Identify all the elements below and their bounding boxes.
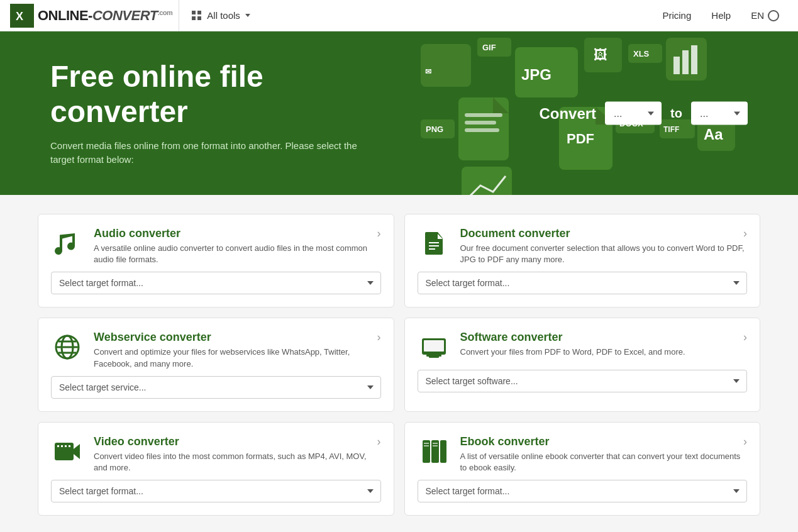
svg-rect-49 xyxy=(424,443,429,444)
convert-to-wrap: ... xyxy=(691,102,748,125)
svg-text:JPG: JPG xyxy=(521,66,551,83)
svg-text:Aa: Aa xyxy=(704,126,723,143)
video-icon xyxy=(51,435,84,468)
card-info-software: Software converter › Convert your files … xyxy=(460,331,748,358)
card-info-video: Video converter › Convert video files in… xyxy=(94,435,381,474)
svg-text:✉: ✉ xyxy=(425,67,431,76)
svg-rect-21 xyxy=(465,128,499,132)
card-title-document[interactable]: Document converter xyxy=(460,227,570,240)
svg-rect-42 xyxy=(57,445,59,447)
svg-rect-43 xyxy=(61,445,63,447)
svg-marker-41 xyxy=(74,444,80,459)
globe-icon xyxy=(51,331,84,363)
card-select-wrap-document: Select target format... xyxy=(418,272,748,294)
svg-text:XLS: XLS xyxy=(633,49,650,58)
svg-rect-20 xyxy=(465,121,496,125)
convert-label: Convert xyxy=(539,104,596,122)
svg-text:🖼: 🖼 xyxy=(594,47,607,63)
convert-from-select[interactable]: ... xyxy=(605,102,662,125)
card-select-audio[interactable]: Select target format... xyxy=(51,272,381,294)
hero-convert-area: Convert ... to ... xyxy=(539,102,748,125)
grid-icon xyxy=(192,11,202,21)
main-content: Audio converter › A versatile online aud… xyxy=(0,195,798,532)
svg-rect-12 xyxy=(666,38,707,80)
card-title-audio[interactable]: Audio converter xyxy=(94,227,180,240)
nav-right: Pricing Help EN xyxy=(653,0,788,31)
convert-from-wrap: ... xyxy=(605,102,662,125)
svg-text:PDF: PDF xyxy=(567,131,594,147)
card-header-video: Video converter › Convert video files in… xyxy=(51,435,381,474)
hero-text: Free online file converter Convert media… xyxy=(50,59,402,167)
card-select-wrap-audio: Select target format... xyxy=(51,272,381,294)
card-title-software[interactable]: Software converter xyxy=(460,331,563,344)
card-title-video[interactable]: Video converter xyxy=(94,435,179,448)
help-link[interactable]: Help xyxy=(702,0,740,31)
card-desc-ebook: A list of versatile online ebook convert… xyxy=(460,451,748,474)
card-select-wrap-webservice: Select target service... xyxy=(51,376,381,399)
card-select-webservice[interactable]: Select target service... xyxy=(51,376,381,399)
pricing-link[interactable]: Pricing xyxy=(653,0,700,31)
card-header-software: Software converter › Convert your files … xyxy=(418,331,748,363)
all-tools-button[interactable]: All tools xyxy=(186,0,257,31)
card-select-software[interactable]: Select target software... xyxy=(418,370,748,392)
svg-rect-8 xyxy=(584,38,622,72)
card-title-webservice[interactable]: Webservice converter xyxy=(94,331,211,344)
card-select-video[interactable]: Select target format... xyxy=(51,480,381,502)
card-arrow-audio[interactable]: › xyxy=(377,227,381,240)
monitor-icon xyxy=(418,331,450,363)
lang-label: EN xyxy=(751,10,764,21)
globe-icon xyxy=(768,10,779,21)
svg-text:GIF: GIF xyxy=(482,43,496,52)
svg-rect-50 xyxy=(424,445,429,446)
music-icon xyxy=(51,227,84,260)
all-tools-label: All tools xyxy=(207,10,240,21)
card-arrow-software[interactable]: › xyxy=(743,331,747,344)
header: X ONLINE-CONVERT.com All tools Pricing H… xyxy=(0,0,798,31)
language-button[interactable]: EN xyxy=(742,0,788,31)
svg-rect-14 xyxy=(682,50,689,74)
card-title-row-audio: Audio converter › xyxy=(94,227,381,240)
svg-rect-48 xyxy=(440,440,446,463)
card-arrow-ebook[interactable]: › xyxy=(743,435,747,448)
card-info-webservice: Webservice converter › Convert and optim… xyxy=(94,331,381,369)
card-desc-webservice: Convert and optimize your files for webs… xyxy=(94,346,381,369)
card-select-ebook[interactable]: Select target format... xyxy=(418,480,748,502)
card-arrow-document[interactable]: › xyxy=(743,227,747,240)
svg-rect-52 xyxy=(433,445,438,446)
ebook-icon xyxy=(418,435,450,468)
converters-grid: Audio converter › A versatile online aud… xyxy=(38,214,760,516)
convert-to-select[interactable]: ... xyxy=(691,102,748,125)
card-select-wrap-ebook: Select target format... xyxy=(418,480,748,502)
svg-rect-16 xyxy=(421,119,455,138)
svg-rect-51 xyxy=(433,443,438,444)
svg-rect-6 xyxy=(515,47,578,97)
card-arrow-video[interactable]: › xyxy=(377,435,381,448)
card-desc-document: Our free document converter selection th… xyxy=(460,243,748,265)
converter-card-video: Video converter › Convert video files in… xyxy=(38,422,394,516)
card-header-document: Document converter › Our free document c… xyxy=(418,227,748,265)
hero-title: Free online file converter xyxy=(50,59,402,128)
header-divider xyxy=(179,0,179,31)
svg-text:X: X xyxy=(16,10,23,23)
svg-rect-39 xyxy=(426,355,441,357)
svg-rect-10 xyxy=(628,44,662,63)
card-header-webservice: Webservice converter › Convert and optim… xyxy=(51,331,381,369)
converter-card-audio: Audio converter › A versatile online aud… xyxy=(38,214,394,308)
card-title-row-webservice: Webservice converter › xyxy=(94,331,381,344)
card-title-row-ebook: Ebook converter › xyxy=(460,435,748,448)
card-title-row-video: Video converter › xyxy=(94,435,381,448)
converter-card-document: Document converter › Our free document c… xyxy=(404,214,761,308)
card-title-ebook[interactable]: Ebook converter xyxy=(460,435,550,448)
card-select-document[interactable]: Select target format... xyxy=(418,272,748,294)
hero-section: ✉ GIF JPG 🖼 XLS PNG PDF DOCX xyxy=(0,31,798,195)
logo-icon: X xyxy=(10,4,34,28)
svg-rect-4 xyxy=(477,38,511,57)
card-arrow-webservice[interactable]: › xyxy=(377,331,381,344)
chevron-down-icon xyxy=(245,14,250,17)
card-desc-video: Convert video files into the most common… xyxy=(94,451,381,474)
card-desc-audio: A versatile online audio converter to co… xyxy=(94,243,381,265)
svg-text:PNG: PNG xyxy=(426,125,443,134)
converter-card-software: Software converter › Convert your files … xyxy=(404,318,761,411)
svg-rect-37 xyxy=(424,340,444,352)
svg-text:TIFF: TIFF xyxy=(663,125,679,134)
